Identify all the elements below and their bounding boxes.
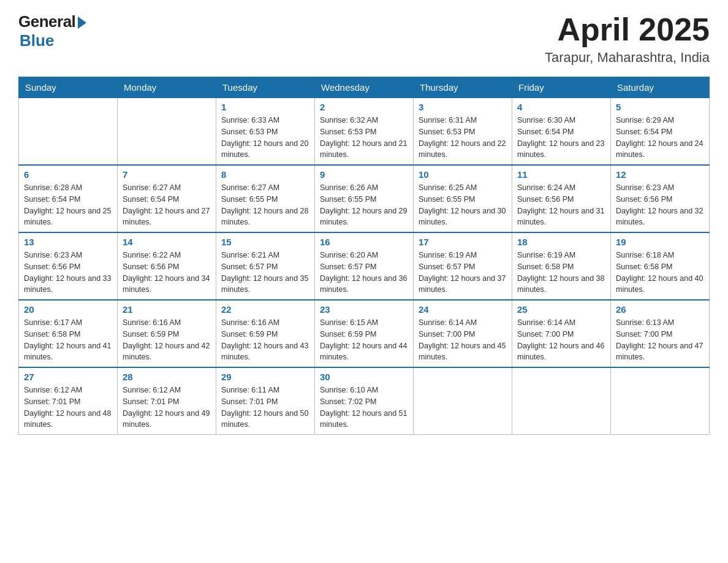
calendar-cell — [414, 367, 512, 435]
day-info: Sunrise: 6:15 AMSunset: 6:59 PMDaylight:… — [320, 317, 408, 363]
day-info: Sunrise: 6:24 AMSunset: 6:56 PMDaylight:… — [517, 182, 605, 228]
day-number: 21 — [123, 304, 211, 315]
column-header-wednesday: Wednesday — [315, 77, 414, 98]
day-number: 13 — [24, 237, 112, 247]
day-number: 28 — [123, 372, 211, 382]
day-number: 17 — [419, 237, 507, 247]
day-info: Sunrise: 6:13 AMSunset: 7:00 PMDaylight:… — [616, 317, 704, 363]
calendar-cell: 24Sunrise: 6:14 AMSunset: 7:00 PMDayligh… — [414, 300, 512, 367]
day-number: 15 — [221, 237, 309, 247]
logo: General Blue — [18, 12, 86, 50]
calendar-cell: 14Sunrise: 6:22 AMSunset: 6:56 PMDayligh… — [118, 232, 216, 300]
calendar-cell: 21Sunrise: 6:16 AMSunset: 6:59 PMDayligh… — [118, 300, 216, 367]
day-info: Sunrise: 6:21 AMSunset: 6:57 PMDaylight:… — [221, 250, 309, 296]
calendar-cell: 28Sunrise: 6:12 AMSunset: 7:01 PMDayligh… — [118, 367, 216, 435]
day-info: Sunrise: 6:26 AMSunset: 6:55 PMDaylight:… — [320, 182, 408, 228]
calendar-cell: 7Sunrise: 6:27 AMSunset: 6:54 PMDaylight… — [118, 165, 216, 232]
calendar-cell — [611, 367, 710, 435]
calendar-week-row: 13Sunrise: 6:23 AMSunset: 6:56 PMDayligh… — [19, 232, 710, 300]
day-info: Sunrise: 6:30 AMSunset: 6:54 PMDaylight:… — [517, 115, 605, 161]
day-number: 7 — [123, 169, 211, 180]
day-number: 26 — [616, 304, 704, 315]
day-info: Sunrise: 6:14 AMSunset: 7:00 PMDaylight:… — [419, 317, 507, 363]
day-number: 9 — [320, 169, 408, 180]
calendar-cell: 6Sunrise: 6:28 AMSunset: 6:54 PMDaylight… — [19, 165, 118, 232]
calendar-cell: 10Sunrise: 6:25 AMSunset: 6:55 PMDayligh… — [414, 165, 512, 232]
calendar-location: Tarapur, Maharashtra, India — [545, 50, 710, 66]
calendar-cell: 4Sunrise: 6:30 AMSunset: 6:54 PMDaylight… — [512, 98, 611, 166]
calendar-cell: 12Sunrise: 6:23 AMSunset: 6:56 PMDayligh… — [611, 165, 710, 232]
calendar-cell: 30Sunrise: 6:10 AMSunset: 7:02 PMDayligh… — [315, 367, 414, 435]
calendar-cell: 26Sunrise: 6:13 AMSunset: 7:00 PMDayligh… — [611, 300, 710, 367]
calendar-cell: 3Sunrise: 6:31 AMSunset: 6:53 PMDaylight… — [414, 98, 512, 166]
column-header-sunday: Sunday — [19, 77, 118, 98]
day-number: 1 — [221, 102, 309, 112]
calendar-cell: 15Sunrise: 6:21 AMSunset: 6:57 PMDayligh… — [216, 232, 315, 300]
day-number: 6 — [24, 169, 112, 180]
calendar-cell: 19Sunrise: 6:18 AMSunset: 6:58 PMDayligh… — [611, 232, 710, 300]
calendar-cell — [19, 98, 118, 166]
calendar-week-row: 1Sunrise: 6:33 AMSunset: 6:53 PMDaylight… — [19, 98, 710, 166]
day-info: Sunrise: 6:32 AMSunset: 6:53 PMDaylight:… — [320, 115, 408, 161]
column-header-saturday: Saturday — [611, 77, 710, 98]
day-info: Sunrise: 6:22 AMSunset: 6:56 PMDaylight:… — [123, 250, 211, 296]
day-number: 23 — [320, 304, 408, 315]
day-info: Sunrise: 6:23 AMSunset: 6:56 PMDaylight:… — [24, 250, 112, 296]
calendar-cell — [118, 98, 216, 166]
day-info: Sunrise: 6:11 AMSunset: 7:01 PMDaylight:… — [221, 385, 309, 431]
day-info: Sunrise: 6:27 AMSunset: 6:55 PMDaylight:… — [221, 182, 309, 228]
day-info: Sunrise: 6:19 AMSunset: 6:57 PMDaylight:… — [419, 250, 507, 296]
day-number: 30 — [320, 372, 408, 382]
day-info: Sunrise: 6:20 AMSunset: 6:57 PMDaylight:… — [320, 250, 408, 296]
day-info: Sunrise: 6:12 AMSunset: 7:01 PMDaylight:… — [24, 385, 112, 431]
day-info: Sunrise: 6:27 AMSunset: 6:54 PMDaylight:… — [123, 182, 211, 228]
calendar-cell: 22Sunrise: 6:16 AMSunset: 6:59 PMDayligh… — [216, 300, 315, 367]
column-header-friday: Friday — [512, 77, 611, 98]
day-info: Sunrise: 6:16 AMSunset: 6:59 PMDaylight:… — [221, 317, 309, 363]
day-info: Sunrise: 6:10 AMSunset: 7:02 PMDaylight:… — [320, 385, 408, 431]
day-info: Sunrise: 6:19 AMSunset: 6:58 PMDaylight:… — [517, 250, 605, 296]
day-number: 4 — [517, 102, 605, 112]
calendar-cell: 25Sunrise: 6:14 AMSunset: 7:00 PMDayligh… — [512, 300, 611, 367]
day-number: 27 — [24, 372, 112, 382]
calendar-cell: 27Sunrise: 6:12 AMSunset: 7:01 PMDayligh… — [19, 367, 118, 435]
day-number: 14 — [123, 237, 211, 247]
day-number: 25 — [517, 304, 605, 315]
day-info: Sunrise: 6:14 AMSunset: 7:00 PMDaylight:… — [517, 317, 605, 363]
day-info: Sunrise: 6:29 AMSunset: 6:54 PMDaylight:… — [616, 115, 704, 161]
logo-general-text: General — [18, 12, 75, 31]
day-info: Sunrise: 6:31 AMSunset: 6:53 PMDaylight:… — [419, 115, 507, 161]
calendar-cell — [512, 367, 611, 435]
day-number: 18 — [517, 237, 605, 247]
calendar-cell: 23Sunrise: 6:15 AMSunset: 6:59 PMDayligh… — [315, 300, 414, 367]
day-info: Sunrise: 6:25 AMSunset: 6:55 PMDaylight:… — [419, 182, 507, 228]
calendar-header-row: SundayMondayTuesdayWednesdayThursdayFrid… — [19, 77, 710, 98]
calendar-cell: 20Sunrise: 6:17 AMSunset: 6:58 PMDayligh… — [19, 300, 118, 367]
day-info: Sunrise: 6:33 AMSunset: 6:53 PMDaylight:… — [221, 115, 309, 161]
day-number: 19 — [616, 237, 704, 247]
calendar-week-row: 27Sunrise: 6:12 AMSunset: 7:01 PMDayligh… — [19, 367, 710, 435]
calendar-title: April 2025 — [545, 12, 710, 47]
calendar-cell: 2Sunrise: 6:32 AMSunset: 6:53 PMDaylight… — [315, 98, 414, 166]
day-number: 3 — [419, 102, 507, 112]
column-header-monday: Monday — [118, 77, 216, 98]
day-number: 2 — [320, 102, 408, 112]
day-info: Sunrise: 6:12 AMSunset: 7:01 PMDaylight:… — [123, 385, 211, 431]
day-number: 22 — [221, 304, 309, 315]
calendar-week-row: 20Sunrise: 6:17 AMSunset: 6:58 PMDayligh… — [19, 300, 710, 367]
day-number: 16 — [320, 237, 408, 247]
day-number: 8 — [221, 169, 309, 180]
calendar-cell: 5Sunrise: 6:29 AMSunset: 6:54 PMDaylight… — [611, 98, 710, 166]
calendar-cell: 8Sunrise: 6:27 AMSunset: 6:55 PMDaylight… — [216, 165, 315, 232]
column-header-tuesday: Tuesday — [216, 77, 315, 98]
day-number: 11 — [517, 169, 605, 180]
page-header: General Blue April 2025 Tarapur, Maharas… — [18, 12, 710, 66]
day-number: 12 — [616, 169, 704, 180]
day-info: Sunrise: 6:18 AMSunset: 6:58 PMDaylight:… — [616, 250, 704, 296]
calendar-cell: 9Sunrise: 6:26 AMSunset: 6:55 PMDaylight… — [315, 165, 414, 232]
calendar-cell: 29Sunrise: 6:11 AMSunset: 7:01 PMDayligh… — [216, 367, 315, 435]
title-block: April 2025 Tarapur, Maharashtra, India — [545, 12, 710, 66]
logo-arrow-icon — [78, 17, 86, 29]
day-info: Sunrise: 6:16 AMSunset: 6:59 PMDaylight:… — [123, 317, 211, 363]
calendar-cell: 17Sunrise: 6:19 AMSunset: 6:57 PMDayligh… — [414, 232, 512, 300]
